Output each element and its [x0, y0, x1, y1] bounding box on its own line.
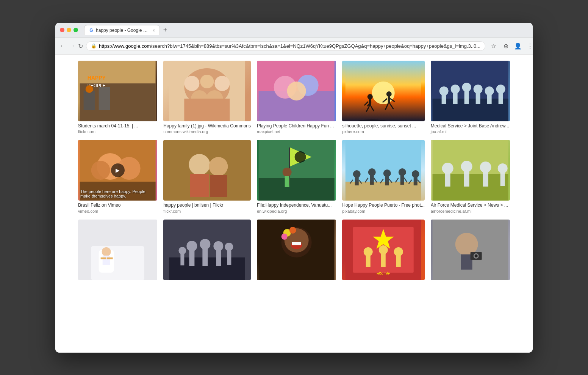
svg-point-23 [368, 94, 373, 99]
play-button[interactable]: ▶ [111, 163, 125, 177]
list-item[interactable] [163, 220, 251, 282]
image-caption: Students march 04-11-15. | ... flickr.co… [78, 123, 157, 134]
image-thumbnail[interactable]: ▶ The people here are happy. People make… [78, 140, 157, 201]
image-title: Brasil Feliz on Vimeo [78, 202, 157, 209]
layers-button[interactable]: ⊕ [500, 41, 511, 51]
image-thumbnail[interactable] [163, 61, 251, 121]
list-item[interactable]: Happy family (1).jpg - Wikimedia Commons… [163, 61, 251, 134]
svg-point-130 [379, 245, 388, 254]
svg-rect-110 [203, 249, 208, 266]
tab-favicon: G [89, 28, 94, 33]
svg-point-92 [461, 161, 472, 172]
minimize-button[interactable] [67, 28, 71, 32]
close-button[interactable] [60, 28, 64, 32]
image-thumbnail[interactable] [163, 220, 251, 280]
list-item[interactable]: happy people | bnilsen | Flickr flickr.c… [163, 140, 251, 213]
image-source: flickr.com [163, 209, 251, 213]
active-tab[interactable]: G happy people - Google Search × [84, 25, 160, 35]
svg-point-111 [214, 241, 224, 251]
image-title: Hope Happy People Puerto · Free phot... [342, 202, 424, 209]
list-item[interactable]: HAPPY PEOPLE Students march 04-11-15. | … [78, 61, 157, 134]
forward-button[interactable]: → [69, 41, 75, 51]
svg-point-9 [185, 76, 200, 91]
svg-rect-103 [101, 257, 106, 259]
image-thumbnail[interactable] [431, 220, 510, 280]
svg-point-64 [283, 168, 292, 177]
svg-point-84 [412, 170, 419, 178]
browser-window: G happy people - Google Search × + ← → ↻… [55, 23, 533, 353]
new-tab-button[interactable]: + [160, 25, 170, 35]
svg-rect-104 [107, 257, 113, 259]
svg-rect-124 [292, 242, 301, 245]
nav-actions: ☆ ⊕ 👤 ⋮ [488, 41, 533, 51]
image-source: jba.af.mil [431, 129, 510, 134]
svg-point-6 [86, 85, 93, 93]
svg-point-10 [200, 75, 214, 88]
list-item[interactable]: ▶ The people here are happy. People make… [78, 140, 157, 213]
svg-point-115 [179, 247, 186, 254]
maximize-button[interactable] [74, 28, 78, 32]
svg-rect-108 [189, 251, 195, 266]
image-title: Medical Service > Joint Base Andrew... [431, 123, 510, 129]
svg-point-39 [450, 85, 460, 94]
image-thumbnail[interactable]: HỌC TẬP [342, 220, 424, 280]
svg-rect-57 [190, 174, 209, 197]
list-item[interactable]: HỌC TẬP [342, 220, 424, 282]
list-item[interactable]: File:Happy Independence, Vanuatu... en.w… [257, 140, 336, 213]
svg-rect-102 [103, 256, 110, 265]
url-text: https://www.google.com/search?biw=1745&b… [99, 43, 480, 49]
svg-point-96 [497, 163, 507, 173]
svg-rect-129 [366, 256, 371, 267]
list-item[interactable]: silhouette, people, sunrise, sunset ... … [342, 61, 424, 134]
svg-point-68 [353, 170, 361, 178]
image-thumbnail[interactable] [78, 220, 157, 280]
back-button[interactable]: ← [60, 41, 66, 51]
image-source: airforcemedicine.af.mil [431, 209, 510, 213]
list-item[interactable]: Medical Service > Joint Base Andrew... j… [431, 61, 510, 134]
list-item[interactable] [431, 220, 510, 282]
image-thumbnail[interactable] [431, 61, 510, 121]
svg-rect-81 [400, 175, 404, 185]
address-bar[interactable]: 🔒 https://www.google.com/search?biw=1745… [86, 41, 485, 51]
refresh-button[interactable]: ↻ [78, 41, 83, 51]
image-source: vimeo.com [78, 209, 157, 213]
image-thumbnail[interactable] [342, 140, 424, 201]
list-item[interactable] [78, 220, 157, 282]
svg-rect-112 [216, 250, 221, 266]
image-thumbnail[interactable] [342, 61, 424, 121]
image-caption: silhouette, people, sunrise, sunset ... … [342, 123, 424, 134]
title-bar: G happy people - Google Search × + [55, 23, 533, 38]
list-item[interactable]: Hope Happy People Puerto · Free phot... … [342, 140, 424, 213]
image-caption: happy people | bnilsen | Flickr flickr.c… [163, 202, 251, 213]
image-thumbnail[interactable] [257, 61, 336, 121]
tab-close-button[interactable]: × [153, 28, 155, 33]
image-thumbnail[interactable] [257, 220, 336, 280]
list-item[interactable] [257, 220, 336, 282]
bookmark-button[interactable]: ☆ [488, 41, 499, 51]
svg-text:HAPPY: HAPPY [88, 75, 106, 81]
svg-point-132 [394, 247, 403, 256]
svg-rect-60 [259, 178, 335, 201]
svg-point-107 [187, 241, 197, 251]
url-path: /search?biw=1745&bih=889&tbs=sur%3Afc&tb… [151, 43, 480, 49]
image-caption: Hope Happy People Puerto · Free phot... … [342, 202, 424, 213]
tab-title: happy people - Google Search [96, 28, 149, 33]
image-thumbnail[interactable] [431, 140, 510, 201]
profile-button[interactable]: 👤 [513, 41, 523, 51]
svg-rect-14 [185, 99, 230, 121]
tab-area: G happy people - Google Search × + [84, 25, 528, 35]
menu-button[interactable]: ⋮ [525, 41, 533, 51]
svg-point-80 [399, 168, 406, 176]
list-item[interactable]: Air Force Medical Service > News > ... a… [431, 140, 510, 213]
image-thumbnail[interactable] [257, 140, 336, 201]
image-thumbnail[interactable] [163, 140, 251, 201]
svg-rect-91 [445, 173, 450, 187]
svg-rect-48 [498, 93, 503, 104]
overlay-text: The people here are happy. People make t… [80, 189, 152, 198]
list-item[interactable]: Playing People Children Happy Fun ... ma… [257, 61, 336, 134]
image-thumbnail[interactable]: HAPPY PEOPLE [78, 61, 157, 121]
image-caption: File:Happy Independence, Vanuatu... en.w… [257, 202, 336, 213]
image-source: maxpixel.net [257, 129, 336, 134]
image-caption: Air Force Medical Service > News > ... a… [431, 202, 510, 213]
svg-rect-131 [381, 254, 386, 267]
